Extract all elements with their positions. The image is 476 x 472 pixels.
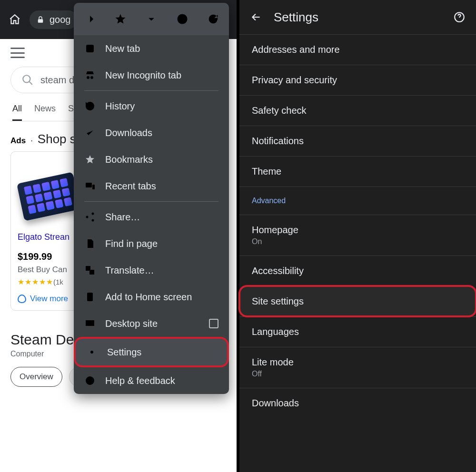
svg-point-16 (90, 351, 93, 354)
menu-label: Share… (105, 212, 140, 223)
menu-label: Bookmarks (105, 154, 153, 165)
tab-news[interactable]: News (34, 104, 56, 121)
plus-square-icon (84, 43, 96, 54)
menu-label: Translate… (105, 265, 154, 276)
settings-downloads[interactable]: Downloads (239, 388, 476, 418)
star-icon[interactable] (114, 12, 127, 26)
svg-rect-15 (86, 320, 94, 326)
svg-point-8 (92, 213, 94, 215)
product-store: Best Buy Can (18, 265, 79, 275)
incognito-icon (84, 69, 96, 81)
product-rating: ★★★★★(1k (18, 277, 79, 286)
devices-icon (84, 180, 96, 192)
share-icon (84, 211, 96, 223)
menu-label: New Incognito tab (105, 70, 181, 81)
svg-rect-6 (86, 183, 92, 187)
svg-point-10 (92, 219, 94, 222)
url-host: goog (50, 14, 71, 25)
menu-translate[interactable]: Translate… (74, 257, 229, 284)
back-icon[interactable] (250, 11, 262, 23)
review-count: (1k (53, 278, 63, 286)
menu-label: Help & feedback (105, 375, 175, 386)
menu-label: Add to Home screen (105, 292, 192, 303)
menu-incognito[interactable]: New Incognito tab (74, 62, 229, 88)
svg-rect-13 (89, 270, 94, 275)
menu-divider (84, 201, 218, 202)
tab-more[interactable]: S (68, 104, 74, 121)
settings-homepage[interactable]: Homepage On (239, 215, 476, 256)
settings-site-settings[interactable]: Site settings (239, 286, 476, 316)
help-icon[interactable] (453, 11, 466, 23)
chrome-settings-screen: Settings Addresses and more Privacy and … (239, 0, 476, 472)
menu-desktop-site[interactable]: Desktop site (74, 310, 229, 337)
menu-label: Recent tabs (105, 181, 156, 192)
hamburger-icon[interactable] (10, 48, 25, 58)
help-icon (84, 375, 96, 386)
desktop-icon (84, 318, 96, 329)
svg-point-9 (86, 216, 89, 218)
home-icon[interactable] (9, 13, 21, 26)
address-bar[interactable]: goog (30, 10, 78, 29)
translate-icon (84, 265, 96, 276)
menu-new-tab[interactable]: New tab (74, 35, 229, 62)
forward-icon[interactable] (83, 12, 96, 26)
menu-downloads[interactable]: Downloads (74, 119, 229, 146)
settings-accessibility[interactable]: Accessibility (239, 256, 476, 286)
desktop-site-checkbox[interactable] (209, 319, 218, 328)
settings-notifications[interactable]: Notifications (239, 126, 476, 156)
svg-point-2 (178, 14, 188, 24)
lock-icon (36, 15, 45, 24)
shop-label: Shop st (38, 132, 79, 147)
menu-help[interactable]: Help & feedback (74, 367, 229, 394)
add-home-icon (84, 291, 96, 303)
gear-icon (86, 346, 98, 358)
settings-languages[interactable]: Languages (239, 316, 476, 347)
svg-point-4 (87, 76, 89, 79)
ads-label: Ads (10, 136, 26, 146)
svg-rect-3 (86, 45, 94, 52)
menu-share[interactable]: Share… (74, 204, 229, 230)
menu-label: New tab (105, 43, 140, 54)
menu-settings[interactable]: Settings (74, 337, 229, 367)
svg-point-11 (89, 243, 92, 246)
menu-divider (84, 90, 218, 91)
settings-theme[interactable]: Theme (239, 156, 476, 187)
menu-top-actions (74, 3, 229, 35)
chrome-overflow-menu: New tab New Incognito tab History Downlo… (74, 3, 229, 394)
chip-overview[interactable]: Overview (10, 367, 62, 387)
settings-addresses[interactable]: Addresses and more (239, 34, 476, 65)
menu-label: Find in page (105, 238, 158, 249)
settings-header: Settings (239, 0, 476, 34)
tab-all[interactable]: All (12, 104, 22, 121)
refresh-icon[interactable] (207, 12, 220, 26)
settings-privacy[interactable]: Privacy and security (239, 65, 476, 95)
download-icon[interactable] (145, 12, 158, 26)
svg-rect-0 (38, 19, 43, 23)
settings-lite-mode[interactable]: Lite mode Off (239, 347, 476, 388)
chrome-browser-screenshot: goog steam d All News S Ads· Shop st Elg… (0, 0, 237, 472)
menu-label: Settings (107, 347, 141, 358)
menu-label: History (105, 101, 135, 112)
menu-add-home[interactable]: Add to Home screen (74, 284, 229, 310)
menu-recent-tabs[interactable]: Recent tabs (74, 173, 229, 199)
search-icon (21, 74, 34, 86)
star-fill-icon (84, 154, 96, 165)
svg-point-1 (23, 75, 30, 82)
menu-find[interactable]: Find in page (74, 230, 229, 257)
svg-point-5 (90, 76, 93, 79)
eye-icon (18, 295, 26, 303)
settings-advanced-header: Advanced (239, 187, 476, 215)
view-more-label: View more (30, 294, 68, 304)
menu-history[interactable]: History (74, 93, 229, 119)
download-done-icon (84, 127, 96, 138)
find-in-page-icon (84, 238, 96, 249)
menu-label: Desktop site (105, 318, 158, 329)
info-icon[interactable] (176, 12, 189, 26)
view-more-link[interactable]: View more (18, 294, 79, 304)
product-title: Elgato Strean (18, 232, 79, 244)
settings-title: Settings (274, 10, 442, 25)
menu-bookmarks[interactable]: Bookmarks (74, 146, 229, 173)
settings-safety-check[interactable]: Safety check (239, 95, 476, 126)
product-price: $199.99 (18, 251, 79, 262)
star-icon: ★★★★★ (18, 278, 53, 286)
